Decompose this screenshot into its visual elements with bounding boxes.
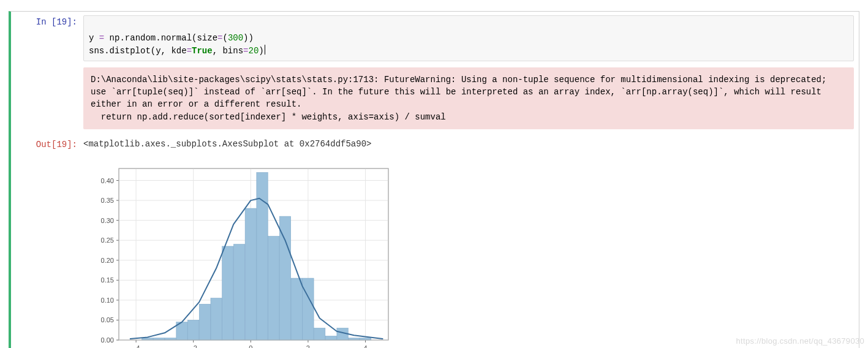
svg-text:0.25: 0.25 [101, 236, 114, 244]
svg-rect-56 [291, 278, 302, 340]
svg-rect-50 [222, 246, 233, 340]
code-token: ( [222, 33, 227, 43]
svg-rect-59 [325, 336, 336, 340]
output-row: Out[19]: <matplotlib.axes._subplots.Axes… [11, 134, 859, 156]
svg-text:0.30: 0.30 [101, 216, 114, 224]
svg-text:4: 4 [363, 344, 367, 348]
svg-rect-53 [257, 172, 268, 339]
svg-rect-48 [199, 304, 210, 340]
svg-rect-47 [188, 320, 199, 340]
code-token: 20 [248, 46, 259, 56]
input-row: In [19]: y = np.random.normal(size=(300)… [11, 12, 859, 65]
svg-text:0.20: 0.20 [101, 256, 114, 263]
code-token: ) [259, 46, 263, 56]
svg-text:−4: −4 [132, 344, 140, 348]
stderr-row: D:\Anaconda\lib\site-packages\scipy\stat… [11, 65, 859, 134]
input-prompt: In [19]: [11, 12, 83, 34]
svg-rect-55 [279, 216, 290, 340]
code-token: , bins [213, 46, 243, 56]
svg-text:0.10: 0.10 [101, 297, 114, 304]
code-token: )) [243, 33, 254, 43]
output-prompt: Out[19]: [11, 134, 83, 156]
warning-output: D:\Anaconda\lib\site-packages\scipy\stat… [83, 67, 854, 129]
blank-prompt [11, 156, 83, 166]
notebook-cell: In [19]: y = np.random.normal(size=(300)… [9, 11, 859, 348]
svg-rect-49 [211, 298, 222, 339]
code-token: 300 [228, 33, 243, 43]
svg-text:−2: −2 [189, 344, 197, 348]
code-token: np.random.normal(size [104, 33, 217, 43]
code-editor[interactable]: y = np.random.normal(size=(300)) sns.dis… [83, 15, 854, 61]
code-token: = [99, 33, 104, 43]
svg-text:0.35: 0.35 [101, 197, 114, 204]
svg-text:0.40: 0.40 [101, 176, 114, 184]
plot-row: 0.000.050.100.150.200.250.300.350.40−4−2… [11, 156, 859, 348]
svg-rect-51 [233, 244, 244, 339]
text-cursor [265, 45, 265, 55]
svg-text:2: 2 [306, 344, 310, 348]
code-token: True [192, 46, 213, 56]
code-token: y [89, 33, 99, 43]
svg-rect-58 [314, 328, 325, 340]
distplot-chart: 0.000.050.100.150.200.250.300.350.40−4−2… [83, 162, 396, 348]
svg-text:0.05: 0.05 [101, 316, 114, 323]
svg-text:0.00: 0.00 [101, 336, 114, 344]
svg-rect-57 [303, 278, 314, 340]
svg-text:0: 0 [249, 344, 252, 348]
chart-output: 0.000.050.100.150.200.250.300.350.40−4−2… [83, 156, 396, 348]
svg-text:0.15: 0.15 [101, 276, 114, 284]
code-token: sns.distplot(y, kde [89, 46, 187, 56]
svg-rect-54 [268, 236, 279, 339]
blank-prompt [11, 65, 83, 75]
code-token: = [187, 46, 192, 56]
output-text: <matplotlib.axes._subplots.AxesSubplot a… [83, 134, 859, 154]
svg-rect-52 [245, 208, 256, 340]
